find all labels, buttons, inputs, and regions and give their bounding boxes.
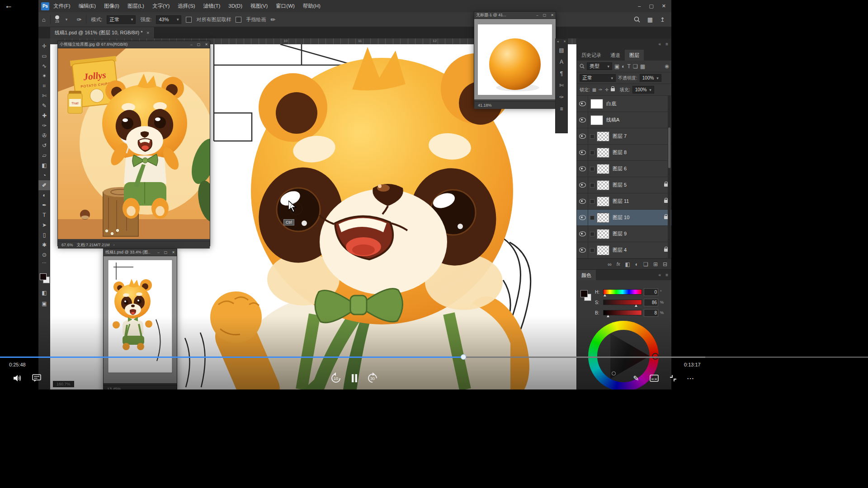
- panel-menu-icon[interactable]: ≡: [665, 270, 668, 281]
- visibility-toggle[interactable]: [577, 177, 588, 193]
- visibility-toggle[interactable]: [577, 210, 588, 225]
- annotate-button[interactable]: ✎: [630, 372, 642, 384]
- visibility-toggle[interactable]: [577, 96, 588, 112]
- menu-help[interactable]: 帮助(H): [299, 0, 325, 12]
- panel-icon-properties[interactable]: ≡: [556, 103, 567, 115]
- minimize-icon[interactable]: –: [536, 13, 538, 17]
- menu-file[interactable]: 文件(F): [49, 0, 75, 12]
- layer-thumbnail[interactable]: [597, 245, 609, 255]
- exit-fullscreen-button[interactable]: [667, 372, 679, 384]
- menu-filter[interactable]: 滤镜(T): [199, 0, 225, 12]
- menu-view[interactable]: 视图(V): [246, 0, 272, 12]
- window-title-bar[interactable]: 小熊猫立绘原图.jpg @ 67.6%(RGB/8) – ▢ ✕: [58, 41, 210, 48]
- window-title-bar[interactable]: 线稿1.psd @ 33.4% (图... – ▢ ✕: [104, 249, 177, 256]
- layer-thumbnail[interactable]: [597, 148, 609, 158]
- app-minimize-button[interactable]: –: [638, 0, 641, 12]
- color-panel-swatches[interactable]: [580, 290, 591, 301]
- scrollbar-thumb[interactable]: [668, 127, 670, 168]
- saturation-slider-marker[interactable]: [635, 305, 637, 307]
- lock-pixels-icon[interactable]: ✑: [599, 87, 602, 92]
- fill-select[interactable]: 100%▾: [632, 86, 654, 94]
- zoom-field[interactable]: 13.45%: [107, 387, 121, 389]
- filter-type-icon[interactable]: T: [627, 63, 631, 70]
- visibility-toggle[interactable]: [577, 128, 588, 144]
- edit-toolbar-icon[interactable]: ⋯: [38, 260, 50, 266]
- maximize-icon[interactable]: ▢: [543, 13, 547, 17]
- visibility-toggle[interactable]: [577, 145, 588, 160]
- home-icon[interactable]: ⌂: [42, 17, 46, 23]
- maximize-icon[interactable]: ▢: [197, 42, 201, 47]
- app-close-button[interactable]: ✕: [662, 0, 666, 12]
- tool-brush[interactable]: ✑: [38, 121, 50, 131]
- brightness-slider[interactable]: [603, 310, 642, 315]
- tab-close-icon[interactable]: ✕: [146, 31, 150, 35]
- tool-lasso[interactable]: ∿: [38, 61, 50, 71]
- layer-thumbnail[interactable]: [597, 180, 609, 190]
- filter-pixel-icon[interactable]: ▣: [614, 63, 619, 70]
- visibility-toggle[interactable]: [577, 112, 588, 128]
- window-reference-image[interactable]: 小熊猫立绘原图.jpg @ 67.6%(RGB/8) – ▢ ✕: [57, 41, 210, 246]
- share-icon[interactable]: ↥: [660, 17, 665, 23]
- hue-slider-marker[interactable]: [604, 294, 606, 296]
- visibility-toggle[interactable]: [577, 242, 588, 258]
- expand-icon[interactable]: ◂: [557, 40, 559, 43]
- panel-icon-swatches[interactable]: ▤: [556, 44, 567, 56]
- layer-thumbnail[interactable]: [597, 164, 609, 174]
- menu-3d[interactable]: 3D(D): [224, 0, 246, 12]
- layers-scrollbar[interactable]: [668, 96, 671, 258]
- filter-shape-icon[interactable]: ❏: [633, 63, 638, 70]
- brightness-slider-marker[interactable]: [607, 315, 609, 317]
- tool-eyedropper[interactable]: ✎: [38, 101, 50, 111]
- tool-zoom[interactable]: ⊙: [38, 250, 50, 260]
- menu-type[interactable]: 文字(Y): [148, 0, 174, 12]
- foreground-color-swatch[interactable]: [40, 273, 47, 280]
- close-icon[interactable]: ✕: [563, 40, 566, 43]
- visibility-toggle[interactable]: [577, 193, 588, 209]
- layer-row[interactable]: 图层 6: [577, 161, 671, 177]
- tool-smudge[interactable]: ✐: [38, 180, 50, 190]
- delete-layer-icon[interactable]: ⊟: [663, 261, 667, 267]
- tool-slice[interactable]: ✄: [38, 91, 50, 101]
- filter-smart-icon[interactable]: ▦: [640, 63, 645, 70]
- panel-icon-character[interactable]: A: [556, 56, 567, 68]
- tool-dodge[interactable]: ◐: [38, 190, 50, 200]
- app-maximize-button[interactable]: ▢: [649, 0, 653, 12]
- tool-history-brush[interactable]: ↺: [38, 141, 50, 150]
- filter-adjustment-icon[interactable]: ◐: [622, 63, 625, 70]
- subtitles-button[interactable]: [648, 372, 660, 384]
- quick-mask-icon[interactable]: ◧: [38, 288, 50, 298]
- forward-30-button[interactable]: 30: [366, 372, 379, 385]
- tool-type[interactable]: T: [38, 210, 50, 220]
- layer-row[interactable]: 图层 5: [577, 177, 671, 193]
- layer-thumbnail[interactable]: [590, 99, 603, 109]
- chevron-icon[interactable]: ›: [113, 243, 115, 247]
- layer-row[interactable]: 线稿A: [577, 112, 671, 128]
- brightness-value-field[interactable]: 8: [644, 309, 658, 317]
- layer-row[interactable]: 白底: [577, 96, 671, 112]
- tab-color[interactable]: 颜色: [577, 270, 596, 281]
- layer-thumbnail[interactable]: [597, 197, 609, 206]
- lock-transparency-icon[interactable]: ▦: [592, 87, 596, 92]
- close-icon[interactable]: ✕: [205, 42, 208, 47]
- zoom-status-field[interactable]: 160.7%: [53, 381, 74, 387]
- menu-select[interactable]: 选择(S): [174, 0, 199, 12]
- filter-toggle-icon[interactable]: ◉: [665, 63, 669, 69]
- search-icon[interactable]: [634, 16, 640, 23]
- window-title-bar[interactable]: 无标题-1 @ 41... – ▢ ✕: [474, 12, 556, 19]
- zoom-field[interactable]: 67.6%: [61, 243, 73, 247]
- menu-layer[interactable]: 图层(L): [123, 0, 148, 12]
- tool-marquee[interactable]: ▭: [38, 51, 50, 61]
- tool-shape[interactable]: ▯: [38, 230, 50, 240]
- blend-mode-select[interactable]: 正常▾: [580, 74, 616, 82]
- workspace-icon[interactable]: ▦: [647, 17, 653, 23]
- layer-thumbnail[interactable]: [597, 213, 609, 223]
- filter-type-select[interactable]: 类型▾: [587, 62, 612, 70]
- layer-row[interactable]: 图层 11: [577, 193, 671, 210]
- volume-button[interactable]: [12, 372, 24, 384]
- minimize-icon[interactable]: –: [190, 42, 192, 47]
- visibility-toggle[interactable]: [577, 161, 588, 177]
- window-lineart-small[interactable]: 线稿1.psd @ 33.4% (图... – ▢ ✕: [103, 249, 177, 389]
- tool-pen[interactable]: ✒: [38, 200, 50, 210]
- saturation-slider[interactable]: [603, 300, 642, 305]
- minimize-icon[interactable]: –: [157, 250, 159, 254]
